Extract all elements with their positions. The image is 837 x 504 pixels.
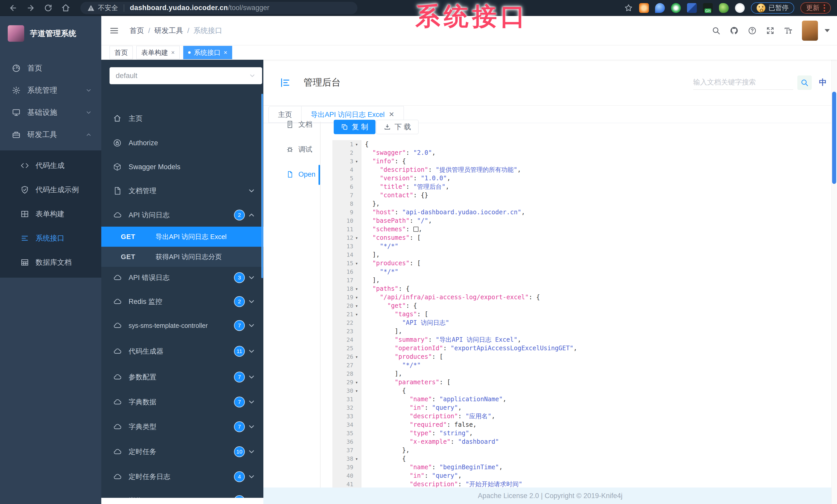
collapse-sidebar-icon[interactable] bbox=[280, 77, 290, 88]
paused-extension-button[interactable]: 已暂停 bbox=[751, 2, 794, 14]
swagger-group-cron-job-log[interactable]: 定时任务日志 4 bbox=[101, 467, 263, 486]
sidebar-item-infra[interactable]: 基础设施 bbox=[0, 101, 101, 124]
code-text: "*/*" bbox=[361, 361, 421, 370]
swagger-group-param-config[interactable]: 参数配置 7 bbox=[101, 368, 263, 386]
sidebar-item-codegen[interactable]: 代码生成 bbox=[0, 153, 101, 178]
hamburger-icon[interactable] bbox=[109, 26, 119, 35]
annotation-watermark: 系统接口 bbox=[415, 0, 529, 34]
breadcrumb-separator: / bbox=[148, 26, 150, 35]
extension-icon-blue-puzzle[interactable] bbox=[687, 3, 697, 13]
sidebar-item-system[interactable]: 系统管理 bbox=[0, 79, 101, 101]
breadcrumb-home[interactable]: 首页 bbox=[130, 26, 144, 36]
avatar-caret-icon[interactable] bbox=[825, 29, 830, 32]
swagger-item-models[interactable]: Swagger Models bbox=[101, 157, 263, 176]
fold-arrow-icon[interactable]: ▾ bbox=[354, 353, 359, 361]
browser-update-button[interactable]: 更新 bbox=[800, 2, 831, 14]
swagger-item-home[interactable]: 主页 bbox=[101, 109, 263, 128]
sidebar-item-db-doc[interactable]: 数据库文档 bbox=[0, 250, 101, 275]
swagger-group-api-error-log[interactable]: API 错误日志 3 bbox=[101, 268, 263, 287]
swagger-group-dict-data[interactable]: 字典数据 7 bbox=[101, 393, 263, 411]
help-icon[interactable] bbox=[748, 26, 756, 35]
code-text: }, bbox=[361, 200, 380, 208]
bookmark-star-icon[interactable] bbox=[624, 4, 633, 12]
code-text: "description": "提供管理员管理的所有功能", bbox=[361, 166, 521, 174]
fold-arrow-icon[interactable]: ▾ bbox=[354, 234, 359, 242]
sidebar-scrollbar-thumb[interactable] bbox=[261, 94, 263, 278]
monitor-icon bbox=[12, 108, 21, 117]
swagger-group-codegen[interactable]: 代码生成器 11 bbox=[101, 342, 263, 360]
github-icon[interactable] bbox=[730, 26, 738, 35]
fold-arrow-icon[interactable]: ▾ bbox=[354, 140, 359, 149]
back-icon[interactable] bbox=[9, 4, 18, 12]
home-icon[interactable] bbox=[61, 4, 70, 12]
sidebar-item-system-api[interactable]: 系统接口 bbox=[0, 226, 101, 250]
extension-icon-white-star[interactable] bbox=[735, 3, 745, 13]
fold-arrow-icon[interactable]: ▾ bbox=[354, 284, 359, 293]
close-icon[interactable]: × bbox=[224, 49, 227, 56]
extension-icon-orange[interactable] bbox=[639, 3, 649, 13]
sidebar-item-home[interactable]: 首页 bbox=[0, 57, 101, 79]
sidebar-item-form-builder[interactable]: 表单构建 bbox=[0, 202, 101, 226]
line-number: 21▾ bbox=[333, 310, 361, 319]
tag-system-api[interactable]: 系统接口 × bbox=[183, 46, 232, 59]
fold-arrow-icon[interactable]: ▾ bbox=[354, 454, 359, 463]
swagger-group-sms-template[interactable]: sys-sms-template-controller 7 bbox=[101, 316, 263, 335]
code-text: "description": "应用名", bbox=[361, 412, 495, 421]
tab-label: 导出API 访问日志 Excel bbox=[311, 110, 385, 119]
swagger-group-label: 参数配置 bbox=[129, 372, 156, 382]
code-line: 19▾ "/api/infra/api-access-log/export-ex… bbox=[333, 293, 830, 302]
extension-icon-green-leaf[interactable] bbox=[719, 3, 729, 13]
line-number: 24 bbox=[333, 336, 361, 344]
sidebar-item-codegen-demo[interactable]: 代码生成示例 bbox=[0, 178, 101, 202]
code-text: "API 访问日志" bbox=[361, 319, 449, 327]
copy-button[interactable]: 复 制 bbox=[334, 120, 375, 134]
doc-nav-open[interactable]: Open bbox=[286, 168, 316, 181]
operation-get-api-log-page[interactable]: GET 获得API 访问日志分页 bbox=[101, 247, 263, 267]
forward-icon[interactable] bbox=[26, 4, 35, 12]
fold-arrow-icon[interactable]: ▾ bbox=[354, 310, 359, 319]
operation-export-api-log[interactable]: GET 导出API 访问日志 Excel bbox=[101, 227, 263, 247]
code-line: 36 "x-example": "dashboard" bbox=[333, 437, 830, 446]
swagger-item-doc-manage[interactable]: 文档管理 bbox=[101, 182, 263, 200]
doc-search-button[interactable] bbox=[797, 75, 812, 90]
swagger-group-dict-type[interactable]: 字典类型 7 bbox=[101, 417, 263, 436]
extension-icon-green-circle[interactable] bbox=[671, 3, 681, 13]
fold-arrow-icon[interactable]: ▾ bbox=[354, 157, 359, 166]
doc-nav-debug[interactable]: 调试 bbox=[286, 143, 312, 156]
api-group-select[interactable]: default bbox=[109, 67, 262, 84]
language-toggle[interactable]: 中 bbox=[819, 77, 827, 88]
fold-arrow-icon[interactable]: ▾ bbox=[354, 302, 359, 310]
tag-home[interactable]: 首页 bbox=[109, 46, 133, 59]
code-text: "produces": [ bbox=[361, 353, 443, 361]
extension-icon-gh[interactable]: Gh bbox=[703, 3, 713, 13]
fold-arrow-icon[interactable]: ▾ bbox=[354, 387, 359, 395]
doc-nav-document[interactable]: 文档 bbox=[286, 118, 312, 131]
address-bar[interactable]: 不安全 dashboard.yudao.iocoder.cn/tool/swag… bbox=[81, 2, 357, 14]
code-editor[interactable]: 1▾{2 "swagger": "2.0",3▾ "info": {4 "des… bbox=[333, 140, 830, 487]
swagger-group-api-access-log[interactable]: API 访问日志 2 bbox=[101, 206, 263, 224]
line-number: 5 bbox=[333, 174, 361, 183]
download-button[interactable]: 下 载 bbox=[376, 120, 418, 134]
fold-arrow-icon[interactable]: ▾ bbox=[354, 378, 359, 387]
fold-arrow-icon[interactable]: ▾ bbox=[354, 293, 359, 302]
fullscreen-icon[interactable] bbox=[766, 26, 774, 35]
font-size-icon[interactable] bbox=[784, 26, 793, 35]
close-icon[interactable]: ✕ bbox=[389, 111, 394, 118]
lock-icon bbox=[113, 139, 121, 147]
search-icon[interactable] bbox=[712, 26, 720, 35]
breadcrumb-devtools[interactable]: 研发工具 bbox=[154, 26, 183, 36]
swagger-group-partial[interactable]: 岗位 bbox=[101, 491, 263, 498]
sidebar-item-devtools[interactable]: 研发工具 bbox=[0, 124, 101, 146]
browser-menu-icon[interactable] bbox=[824, 4, 825, 12]
avatar[interactable] bbox=[802, 21, 818, 41]
fold-arrow-icon[interactable]: ▾ bbox=[354, 259, 359, 267]
reload-icon[interactable] bbox=[44, 4, 53, 12]
swagger-item-authorize[interactable]: Authorize bbox=[101, 134, 263, 152]
tag-form-builder[interactable]: 表单构建 × bbox=[136, 46, 180, 59]
doc-search-input[interactable] bbox=[693, 75, 793, 90]
close-icon[interactable]: × bbox=[171, 49, 175, 56]
swagger-group-redis-monitor[interactable]: Redis 监控 2 bbox=[101, 292, 263, 311]
extension-icon-blue-drop[interactable] bbox=[655, 3, 665, 13]
page-scrollbar-thumb[interactable] bbox=[832, 92, 836, 184]
swagger-group-cron-job[interactable]: 定时任务 10 bbox=[101, 443, 263, 461]
